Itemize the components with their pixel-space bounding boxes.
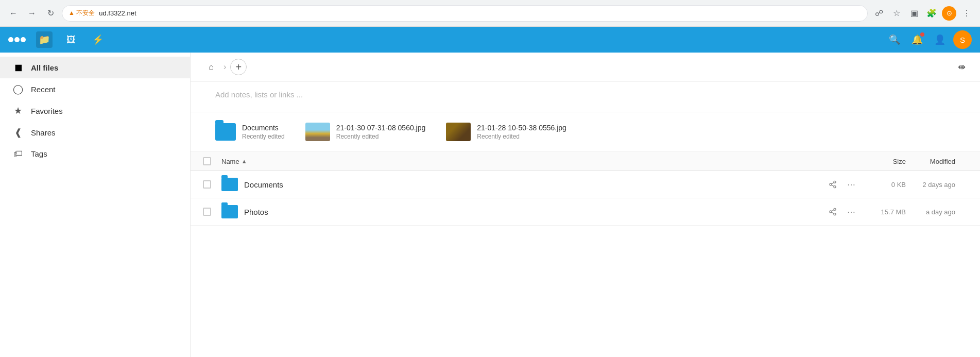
recent-item-documents[interactable]: Documents Recently edited [215, 123, 285, 141]
documents-name: Documents [244, 180, 283, 189]
file-row-photos[interactable]: Photos ⋯ 15.7 MB a day ago [191, 198, 980, 226]
extensions-button[interactable]: 🧩 [924, 6, 939, 21]
sort-arrow-icon: ▲ [242, 158, 247, 164]
chrome-actions: ☍ ☆ ▣ 🧩 ⊙ ⋮ [872, 6, 974, 21]
column-size-label: Size [893, 158, 906, 165]
column-modified-label: Modified [930, 158, 955, 165]
thumbnail-photo2 [446, 123, 471, 141]
shares-icon: ❰ [12, 127, 24, 138]
sidebar-item-shares[interactable]: ❰ Shares [0, 122, 190, 143]
logo-dots [8, 37, 26, 42]
documents-folder-icon [221, 178, 238, 191]
select-all-checkbox[interactable] [203, 157, 211, 165]
file-row-documents[interactable]: Documents ⋯ 0 KB 2 days ago [191, 171, 980, 198]
photos-checkbox[interactable] [203, 208, 211, 216]
photos-name: Photos [244, 208, 268, 216]
recent-icon: ◯ [12, 83, 24, 95]
svg-line-9 [832, 210, 834, 211]
photos-app-icon[interactable]: 🖼 [63, 31, 79, 48]
column-name-label: Name [221, 158, 239, 165]
documents-size: 0 KB [891, 181, 906, 189]
recent-sub-photo2: Recently edited [477, 133, 566, 140]
svg-point-5 [834, 208, 836, 210]
table-header: Name ▲ Size Modified [191, 152, 980, 171]
activity-app-icon[interactable]: ⚡ [90, 31, 106, 48]
back-button[interactable]: ← [6, 6, 21, 21]
nextcloud-logo [8, 37, 26, 42]
documents-more-button[interactable]: ⋯ [844, 177, 858, 192]
notification-badge [920, 32, 924, 37]
svg-point-6 [830, 211, 832, 213]
column-modified[interactable]: Modified [906, 158, 968, 165]
contacts-button[interactable]: 👤 [931, 30, 949, 49]
sidebar-item-favorites[interactable]: ★ Favorites [0, 100, 190, 122]
tags-icon: 🏷 [12, 148, 24, 159]
recent-item-photo1[interactable]: 21-01-30 07-31-08 0560.jpg Recently edit… [305, 123, 426, 141]
chrome-profile-avatar[interactable]: ⊙ [942, 6, 956, 21]
svg-point-2 [834, 186, 836, 188]
photos-size: 15.7 MB [881, 208, 906, 216]
security-warning: ▲ 不安全 [68, 9, 95, 18]
notes-placeholder: Add notes, lists or links ... [215, 90, 303, 99]
recent-name-documents: Documents [242, 124, 285, 132]
add-new-button[interactable]: + [230, 59, 247, 75]
files-app-icon[interactable]: 📁 [36, 31, 53, 48]
svg-point-7 [834, 213, 836, 215]
recent-info-photo2: 21-01-28 10-50-38 0556.jpg Recently edit… [477, 124, 566, 140]
sidebar-label-all-files: All files [31, 63, 58, 72]
translate-button[interactable]: ☍ [872, 6, 886, 21]
main-content: ◼ All files ◯ Recent ★ Favorites ❰ Share… [0, 53, 980, 357]
home-button[interactable]: ⌂ [203, 59, 219, 75]
sidebar: ◼ All files ◯ Recent ★ Favorites ❰ Share… [0, 53, 191, 357]
recent-files: Documents Recently edited 21-01-30 07-31… [191, 112, 980, 152]
building-thumbnail-art [305, 123, 330, 141]
chrome-menu-button[interactable]: ⋮ [959, 6, 974, 21]
url-text: ud.f3322.net [99, 9, 861, 17]
thumbnail-photo1 [305, 123, 330, 141]
svg-line-4 [832, 182, 834, 184]
file-area: ⌂ › + ⇼ Add notes, lists or links ... Do… [191, 53, 980, 357]
address-bar[interactable]: ▲ 不安全 ud.f3322.net [62, 5, 868, 22]
svg-line-3 [832, 185, 834, 186]
screenshot-button[interactable]: ▣ [907, 6, 921, 21]
dog-thumbnail-art [446, 123, 471, 141]
photos-modified: a day ago [926, 208, 955, 216]
sidebar-label-recent: Recent [31, 85, 56, 94]
documents-modified: 2 days ago [922, 181, 955, 189]
user-avatar[interactable]: S [953, 30, 972, 49]
top-nav: 📁 🖼 ⚡ 🔍 🔔 👤 S [0, 27, 980, 53]
photos-actions: ⋯ [826, 205, 858, 219]
recent-name-photo1: 21-01-30 07-31-08 0560.jpg [336, 124, 426, 132]
documents-actions: ⋯ [826, 177, 858, 192]
sidebar-item-all-files[interactable]: ◼ All files [0, 57, 190, 78]
recent-name-photo2: 21-01-28 10-50-38 0556.jpg [477, 124, 566, 132]
logo-dot-2 [14, 37, 20, 42]
recent-sub-photo1: Recently edited [336, 133, 426, 140]
sidebar-item-tags[interactable]: 🏷 Tags [0, 143, 190, 164]
photos-share-button[interactable] [826, 205, 840, 219]
app-container: 📁 🖼 ⚡ 🔍 🔔 👤 S ◼ All files ◯ Recent [0, 27, 980, 357]
notifications-button[interactable]: 🔔 [908, 30, 926, 49]
recent-item-photo2[interactable]: 21-01-28 10-50-38 0556.jpg Recently edit… [446, 123, 566, 141]
search-button[interactable]: 🔍 [885, 30, 904, 49]
column-name[interactable]: Name ▲ [221, 158, 865, 165]
documents-checkbox[interactable] [203, 180, 211, 189]
sidebar-item-recent[interactable]: ◯ Recent [0, 78, 190, 100]
favorites-icon: ★ [12, 105, 24, 116]
svg-line-8 [832, 212, 834, 214]
bookmark-button[interactable]: ☆ [889, 6, 904, 21]
all-files-icon: ◼ [12, 62, 24, 73]
column-size[interactable]: Size [865, 158, 906, 165]
notes-area[interactable]: Add notes, lists or links ... [191, 82, 980, 112]
forward-button[interactable]: → [25, 6, 39, 21]
photos-more-button[interactable]: ⋯ [844, 205, 858, 219]
recent-sub-documents: Recently edited [242, 133, 285, 140]
documents-share-button[interactable] [826, 177, 840, 192]
reload-button[interactable]: ↻ [43, 6, 58, 21]
nav-right: 🔍 🔔 👤 S [885, 30, 972, 49]
breadcrumb-bar: ⌂ › + ⇼ [191, 53, 980, 82]
svg-point-0 [834, 181, 836, 183]
sidebar-label-tags: Tags [31, 149, 47, 158]
view-toggle-button[interactable]: ⇼ [956, 59, 968, 75]
breadcrumb-chevron: › [223, 62, 226, 72]
